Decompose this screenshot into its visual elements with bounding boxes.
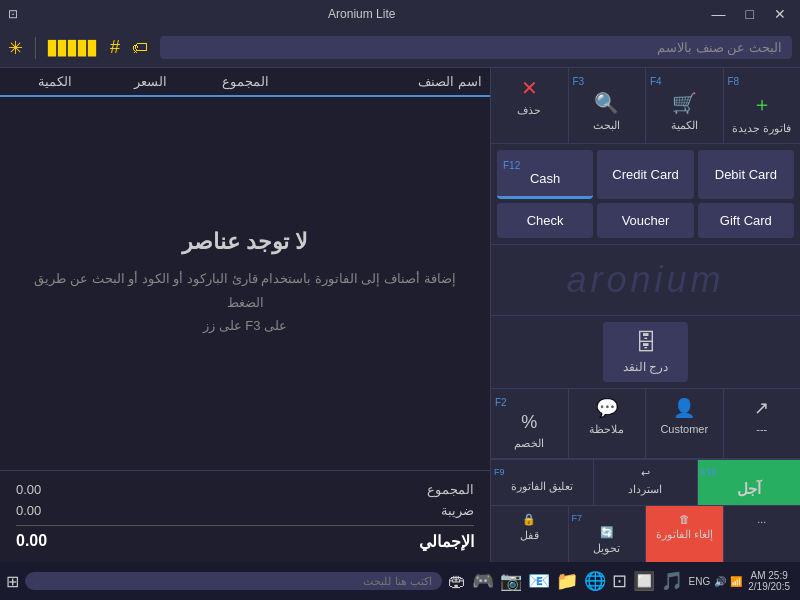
col-name-header: اسم الصنف	[292, 74, 482, 89]
search-icon: 🔍	[594, 91, 619, 115]
lock-button[interactable]: 🔒 قفل	[491, 506, 569, 562]
gift-card-button[interactable]: Gift Card	[698, 203, 794, 238]
time-display: AM 25:9	[751, 570, 788, 581]
taskbar-app-4[interactable]: 📧	[528, 570, 550, 592]
taskbar-apps: 🏟 🎮 📷 📧 📁 🌐 ⊡ 🔲 🎵	[448, 570, 683, 592]
empty-title: لا توجد عناصر	[182, 229, 308, 255]
delete-label: حذف	[517, 104, 541, 117]
suspend-button[interactable]: F9 تعليق الفاتورة	[491, 460, 594, 505]
right-panel: ✕ حذف F3 🔍 البحث F4 🛒 الكمية F8 ＋ فاتورة…	[490, 68, 800, 562]
qty-fkey: F4	[650, 76, 662, 87]
debit-card-button[interactable]: Debit Card	[698, 150, 794, 199]
taskbar-app-3[interactable]: 📷	[500, 570, 522, 592]
invoice-panel: اسم الصنف المجموع السعر الكمية لا توجد ع…	[0, 68, 490, 562]
logo-area: aronium	[491, 245, 800, 315]
discount-icon: %	[521, 412, 537, 433]
taskbar-app-1[interactable]: 🏟	[448, 571, 466, 592]
more2-button[interactable]: ...	[724, 506, 801, 562]
cancel-invoice-icon: 🗑	[679, 513, 690, 525]
pay-button[interactable]: F10 آجل	[698, 460, 800, 505]
totals-section: المجموع 0.00 ضريبة 0.00 الإجمالي 0.00	[0, 470, 490, 562]
credit-card-label: Credit Card	[612, 167, 678, 182]
cash-drawer-button[interactable]: 🗄 درج النقد	[603, 322, 688, 382]
transfer-button[interactable]: F7 🔄 تحويل	[569, 506, 647, 562]
table-header: اسم الصنف المجموع السعر الكمية	[0, 68, 490, 97]
more2-label: ...	[757, 513, 766, 525]
start-button[interactable]: ⊞	[6, 572, 19, 591]
delete-button[interactable]: ✕ حذف	[491, 68, 569, 143]
grand-total-row: الإجمالي 0.00	[16, 525, 474, 554]
taskbar-clock: AM 25:9 2/19/20:5	[748, 570, 790, 592]
refund-icon: ↩	[641, 467, 650, 480]
cancel-invoice-button[interactable]: 🗑 إلغاء الفاتورة	[646, 506, 724, 562]
col-total-header: المجموع	[198, 74, 293, 89]
sys-tray: ENG 🔊 📶	[689, 576, 743, 587]
taskbar-app-5[interactable]: 📁	[556, 570, 578, 592]
title-bar-icon: ⊡	[8, 7, 18, 21]
customer-icon: 👤	[673, 397, 695, 419]
more-icon: ↗	[754, 397, 769, 419]
new-invoice-button[interactable]: F8 ＋ فاتورة جديدة	[724, 68, 801, 143]
new-fkey: F8	[728, 76, 740, 87]
cash-drawer-row: 🗄 درج النقد	[491, 315, 800, 388]
maximize-button[interactable]: □	[740, 4, 760, 24]
taskbar-search[interactable]	[25, 572, 442, 590]
grand-value: 0.00	[16, 532, 47, 551]
close-button[interactable]: ✕	[768, 4, 792, 24]
customer-button[interactable]: 👤 Customer	[646, 389, 724, 458]
last-4btn-row: 🔒 قفل F7 🔄 تحويل 🗑 إلغاء الفاتورة ...	[491, 505, 800, 562]
subtotal-row: المجموع 0.00	[16, 479, 474, 500]
taskbar-app-7[interactable]: ⊡	[612, 570, 627, 592]
refund-button[interactable]: ↩ استرداد	[594, 460, 697, 505]
note-label: ملاحظة	[589, 423, 624, 436]
check-button[interactable]: Check	[497, 203, 593, 238]
hash-icon[interactable]: #	[110, 37, 120, 58]
mid-action-row: F2 % الخصم 💬 ملاحظة 👤 Customer ↗ ---	[491, 388, 800, 459]
cash-label: Cash	[530, 171, 560, 186]
refund-label: استرداد	[628, 483, 662, 496]
network-icon: 📶	[730, 576, 742, 587]
gift-card-label: Gift Card	[720, 213, 772, 228]
cash-drawer-label: درج النقد	[623, 360, 668, 374]
taskbar-app-2[interactable]: 🎮	[472, 570, 494, 592]
suspend-fkey: F9	[494, 467, 505, 477]
barcode-icon[interactable]: ▊▊▊▊▊	[48, 40, 98, 56]
minimize-button[interactable]: —	[706, 4, 732, 24]
qty-icon: 🛒	[672, 91, 697, 115]
tag-icon[interactable]: 🏷	[132, 39, 148, 57]
credit-card-button[interactable]: Credit Card	[597, 150, 693, 199]
cash-fkey: F12	[503, 160, 587, 171]
main-layout: اسم الصنف المجموع السعر الكمية لا توجد ع…	[0, 68, 800, 562]
pay-fkey: F10	[701, 467, 717, 477]
date-display: 2/19/20:5	[748, 581, 790, 592]
asterisk-icon[interactable]: ✳	[8, 37, 23, 59]
search-input[interactable]	[160, 36, 792, 59]
lock-icon: 🔒	[522, 513, 536, 526]
taskbar-app-9[interactable]: 🎵	[661, 570, 683, 592]
note-button[interactable]: 💬 ملاحظة	[569, 389, 647, 458]
voucher-label: Voucher	[622, 213, 670, 228]
tax-value: 0.00	[16, 503, 41, 518]
discount-button[interactable]: F2 % الخصم	[491, 389, 569, 458]
search-button[interactable]: F3 🔍 البحث	[569, 68, 647, 143]
delete-icon: ✕	[521, 76, 538, 100]
discount-label: الخصم	[514, 437, 544, 450]
empty-desc: إضافة أصناف إلى الفاتورة باستخدام قارئ ا…	[20, 267, 470, 337]
transfer-label: تحويل	[593, 542, 620, 555]
search-fkey: F3	[573, 76, 585, 87]
subtotal-label: المجموع	[427, 482, 474, 497]
taskbar-app-6[interactable]: 🌐	[584, 570, 606, 592]
qty-button[interactable]: F4 🛒 الكمية	[646, 68, 724, 143]
logo-text: aronium	[566, 259, 724, 301]
more-button[interactable]: ↗ ---	[724, 389, 801, 458]
grand-label: الإجمالي	[419, 532, 474, 551]
volume-icon: 🔊	[714, 576, 726, 587]
col-price-header: السعر	[103, 74, 198, 89]
transfer-icon: 🔄	[600, 526, 614, 539]
empty-state: لا توجد عناصر إضافة أصناف إلى الفاتورة ب…	[0, 97, 490, 470]
voucher-button[interactable]: Voucher	[597, 203, 693, 238]
cash-button[interactable]: F12 Cash	[497, 150, 593, 199]
window-controls: — □ ✕	[706, 4, 792, 24]
taskbar-app-8[interactable]: 🔲	[633, 570, 655, 592]
toolbar-separator	[35, 37, 36, 59]
